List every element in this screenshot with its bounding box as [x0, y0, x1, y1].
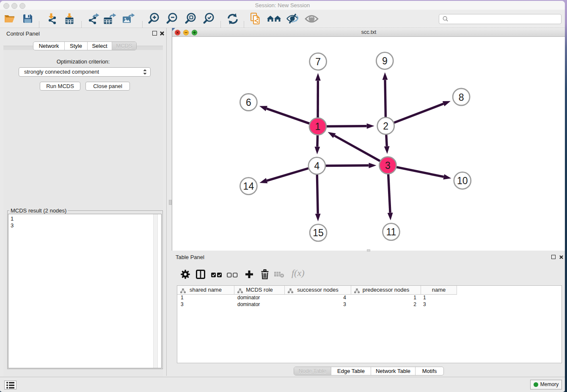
svg-text:4: 4 — [314, 160, 320, 171]
svg-text:10: 10 — [457, 175, 468, 186]
svg-text:6: 6 — [246, 97, 251, 108]
svg-text:15: 15 — [313, 227, 324, 238]
svg-text:3: 3 — [385, 160, 391, 171]
svg-text:8: 8 — [459, 92, 464, 103]
svg-text:2: 2 — [383, 121, 388, 132]
svg-text:1: 1 — [315, 121, 321, 132]
svg-text:7: 7 — [315, 56, 321, 67]
svg-text:14: 14 — [243, 181, 254, 192]
svg-text:9: 9 — [382, 55, 388, 66]
svg-text:11: 11 — [386, 226, 396, 237]
